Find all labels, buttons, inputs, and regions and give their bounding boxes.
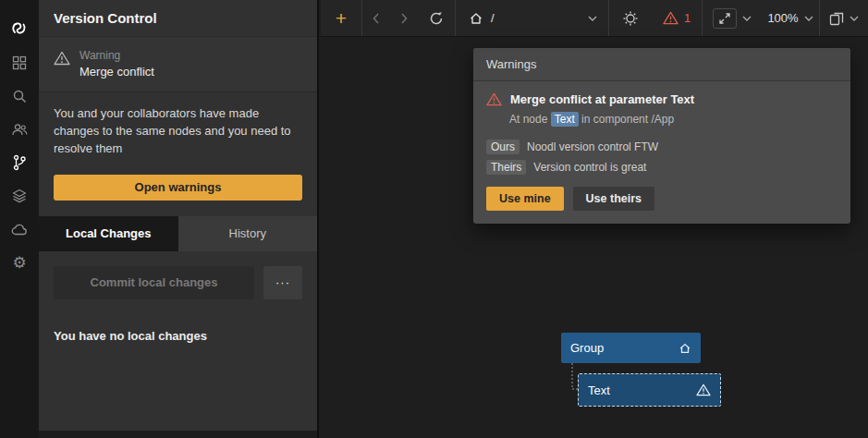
sidebar-item-components[interactable]	[0, 46, 39, 79]
node-label: Text	[588, 383, 610, 397]
ours-value: Noodl version control FTW	[527, 140, 658, 153]
at-node-text: At node	[509, 113, 547, 126]
debug-button[interactable]	[609, 0, 652, 37]
no-local-changes-message: You have no local changes	[39, 314, 317, 343]
refresh-button[interactable]	[418, 0, 455, 37]
warning-label: Warning	[79, 49, 154, 62]
zoom-level: 100%	[767, 11, 798, 25]
conflict-versions: Ours Noodl version control FTW Theirs Ve…	[486, 140, 837, 175]
conflict-location: At node Text in component /App	[509, 113, 837, 126]
frames-control[interactable]	[820, 0, 868, 37]
tab-local-changes[interactable]: Local Changes	[39, 216, 178, 251]
commit-local-changes-button[interactable]: Commit local changes	[54, 266, 254, 299]
use-mine-button[interactable]: Use mine	[486, 187, 564, 211]
warning-icon	[486, 92, 502, 106]
chevron-down-icon	[804, 16, 813, 21]
cloud-icon	[11, 223, 28, 236]
warning-count-badge: 1	[684, 11, 691, 25]
panel-footer	[39, 431, 317, 438]
sidebar-item-collaborators[interactable]	[0, 113, 39, 146]
sidebar-item-settings[interactable]: ⚙	[0, 246, 39, 279]
warnings-popup: Warnings Merge conflict at parameter Tex…	[473, 48, 850, 224]
panel-tabs: Local Changes History	[39, 216, 317, 251]
version-control-panel: Version Control Warning Merge conflict Y…	[39, 0, 319, 438]
chevron-down-icon	[742, 16, 752, 21]
open-warnings-button[interactable]: Open warnings	[54, 175, 302, 201]
tab-history[interactable]: History	[178, 216, 318, 251]
use-theirs-button[interactable]: Use theirs	[573, 187, 654, 211]
home-icon	[679, 342, 691, 355]
conflict-description: You and your collaborators have made cha…	[39, 92, 317, 162]
more-options-button[interactable]: ···	[263, 266, 302, 299]
warnings-popup-title: Warnings	[473, 48, 850, 81]
node-text[interactable]: Text	[578, 373, 721, 407]
search-icon	[12, 89, 27, 103]
merge-conflict-banner: Warning Merge conflict	[39, 37, 317, 92]
gear-icon: ⚙	[12, 255, 26, 271]
sidebar-item-version-control[interactable]	[0, 146, 39, 179]
warnings-button[interactable]: 1	[652, 0, 702, 37]
warning-icon	[696, 383, 711, 396]
noodl-editor-window: ⚙ Version Control Warning Merge conflict…	[0, 0, 868, 438]
grid-icon	[12, 55, 27, 70]
node-label: Group	[570, 341, 604, 355]
preview-mode-control[interactable]	[703, 0, 762, 37]
canvas-toolbar: + / 1	[321, 0, 868, 37]
ours-badge: Ours	[486, 140, 520, 154]
noodl-logo-icon[interactable]	[0, 9, 39, 46]
expand-icon	[713, 8, 737, 29]
chevron-down-icon	[850, 16, 859, 21]
debug-icon	[622, 10, 639, 27]
home-icon	[469, 11, 483, 26]
sidebar-item-cloud-functions[interactable]	[0, 213, 39, 246]
chevron-down-icon[interactable]	[588, 16, 597, 21]
git-branch-icon	[12, 154, 27, 171]
in-component-text: in component /App	[581, 113, 674, 126]
warning-message: Merge conflict	[79, 65, 154, 79]
frames-icon	[829, 11, 844, 26]
node-group[interactable]: Group	[561, 333, 701, 363]
conflict-title: Merge conflict at parameter Text	[510, 92, 694, 106]
page-title: Version Control	[39, 0, 317, 37]
component-path: /	[491, 11, 495, 25]
warning-icon	[54, 51, 70, 66]
chevron-right-icon	[400, 13, 408, 24]
navigate-forward-button[interactable]	[390, 0, 418, 37]
layers-icon	[12, 189, 27, 203]
warning-icon	[663, 11, 679, 25]
component-breadcrumb[interactable]: /	[456, 0, 608, 37]
refresh-icon	[429, 11, 444, 26]
theirs-value: Version control is great	[533, 161, 646, 174]
commit-row: Commit local changes ···	[39, 251, 317, 314]
warnings-popup-body: Merge conflict at parameter Text At node…	[473, 81, 850, 224]
activity-rail: ⚙	[0, 0, 39, 438]
sidebar-item-cloud-services[interactable]	[0, 179, 39, 213]
users-icon	[11, 122, 28, 137]
theirs-badge: Theirs	[486, 160, 526, 175]
navigate-back-button[interactable]	[362, 0, 390, 37]
zoom-control[interactable]: 100%	[762, 0, 819, 37]
node-link[interactable]: Text	[551, 112, 579, 127]
chevron-left-icon	[373, 13, 380, 24]
add-node-button[interactable]: +	[321, 0, 361, 37]
sidebar-item-search[interactable]	[0, 79, 39, 113]
